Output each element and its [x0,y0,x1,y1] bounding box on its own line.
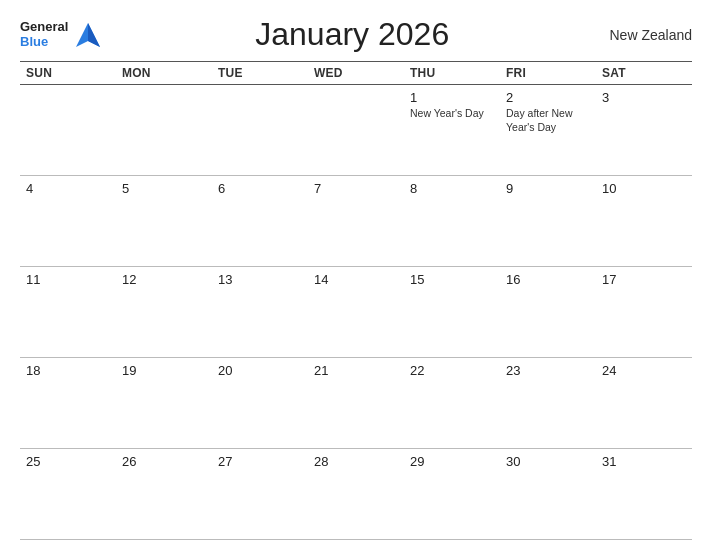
day-num-19: 19 [122,363,206,378]
cell-w1-d0 [20,85,116,176]
day-num-2: 2 [506,90,590,105]
cell-w3-d3: 14 [308,267,404,358]
cell-w4-d3: 21 [308,358,404,449]
cell-w2-d6: 10 [596,176,692,267]
day-num-25: 25 [26,454,110,469]
day-event-1: New Year's Day [410,107,494,121]
day-num-21: 21 [314,363,398,378]
cell-w3-d1: 12 [116,267,212,358]
cell-w3-d4: 15 [404,267,500,358]
cell-w2-d0: 4 [20,176,116,267]
calendar-header-row: SUN MON TUE WED THU FRI SAT [20,62,692,85]
day-num-30: 30 [506,454,590,469]
calendar-title: January 2026 [102,16,602,53]
day-num-28: 28 [314,454,398,469]
cell-w2-d4: 8 [404,176,500,267]
cell-w2-d3: 7 [308,176,404,267]
day-num-13: 13 [218,272,302,287]
cell-w5-d0: 25 [20,449,116,540]
calendar-table: SUN MON TUE WED THU FRI SAT 1New Year's … [20,62,692,540]
col-sat: SAT [596,62,692,85]
day-num-24: 24 [602,363,686,378]
col-wed: WED [308,62,404,85]
cell-w1-d3 [308,85,404,176]
day-event-2: Day after New Year's Day [506,107,590,134]
country-label: New Zealand [602,27,692,43]
day-num-5: 5 [122,181,206,196]
day-num-26: 26 [122,454,206,469]
day-num-23: 23 [506,363,590,378]
cell-w4-d0: 18 [20,358,116,449]
cell-w2-d1: 5 [116,176,212,267]
day-num-29: 29 [410,454,494,469]
day-num-18: 18 [26,363,110,378]
day-num-6: 6 [218,181,302,196]
day-num-16: 16 [506,272,590,287]
day-num-1: 1 [410,90,494,105]
logo-blue-text: Blue [20,35,68,49]
cell-w5-d5: 30 [500,449,596,540]
cell-w4-d6: 24 [596,358,692,449]
cell-w2-d2: 6 [212,176,308,267]
col-thu: THU [404,62,500,85]
logo-text: General Blue [20,20,68,49]
cell-w5-d4: 29 [404,449,500,540]
calendar-page: General Blue January 2026 New Zealand SU… [0,0,712,550]
day-num-14: 14 [314,272,398,287]
cell-w1-d2 [212,85,308,176]
calendar-header: General Blue January 2026 New Zealand [20,16,692,53]
day-num-11: 11 [26,272,110,287]
cell-w1-d5: 2Day after New Year's Day [500,85,596,176]
cell-w3-d0: 11 [20,267,116,358]
cell-w1-d6: 3 [596,85,692,176]
day-num-17: 17 [602,272,686,287]
svg-marker-1 [88,23,100,47]
logo: General Blue [20,20,102,49]
day-num-31: 31 [602,454,686,469]
cell-w2-d5: 9 [500,176,596,267]
day-num-15: 15 [410,272,494,287]
day-num-3: 3 [602,90,686,105]
day-num-7: 7 [314,181,398,196]
cell-w4-d2: 20 [212,358,308,449]
day-num-9: 9 [506,181,590,196]
cell-w5-d6: 31 [596,449,692,540]
day-num-20: 20 [218,363,302,378]
cell-w1-d4: 1New Year's Day [404,85,500,176]
cell-w4-d4: 22 [404,358,500,449]
day-num-27: 27 [218,454,302,469]
day-num-22: 22 [410,363,494,378]
col-mon: MON [116,62,212,85]
cell-w4-d5: 23 [500,358,596,449]
calendar-body: 1New Year's Day2Day after New Year's Day… [20,85,692,540]
col-fri: FRI [500,62,596,85]
cell-w3-d6: 17 [596,267,692,358]
day-num-10: 10 [602,181,686,196]
cell-w5-d2: 27 [212,449,308,540]
cell-w4-d1: 19 [116,358,212,449]
cell-w5-d3: 28 [308,449,404,540]
col-sun: SUN [20,62,116,85]
cell-w3-d2: 13 [212,267,308,358]
logo-general-text: General [20,20,68,34]
logo-icon [74,21,102,49]
cell-w1-d1 [116,85,212,176]
day-num-4: 4 [26,181,110,196]
cell-w5-d1: 26 [116,449,212,540]
day-num-12: 12 [122,272,206,287]
cell-w3-d5: 16 [500,267,596,358]
day-num-8: 8 [410,181,494,196]
col-tue: TUE [212,62,308,85]
